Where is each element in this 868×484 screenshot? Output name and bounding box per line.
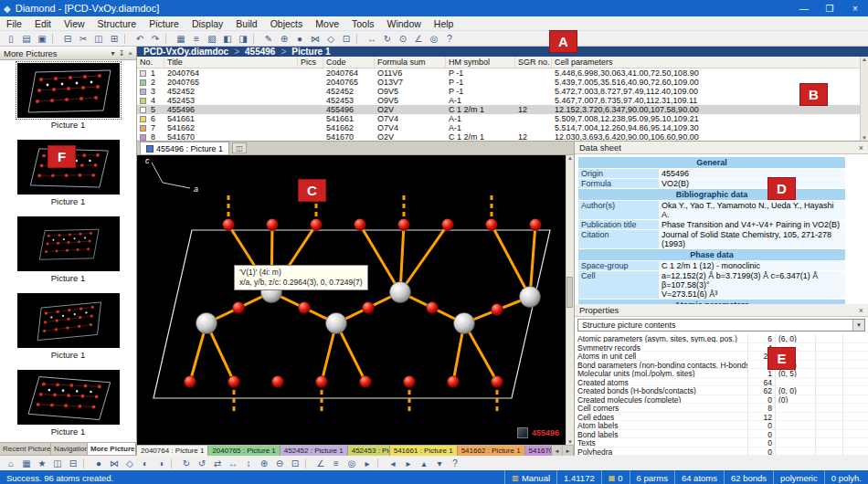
table-scrollbar[interactable]: ▲▼ [860, 57, 868, 141]
toolbar-icon[interactable]: ◫ [50, 457, 65, 470]
tab-scroll-left-icon[interactable]: ◂ [552, 446, 563, 456]
toolbar-icon[interactable]: ▯ [4, 32, 18, 46]
table-row[interactable]: 5 455496 455496 O2V C 1 2/m 1 12 12.152,… [137, 105, 868, 114]
toolbar-icon[interactable]: ∠ [313, 457, 328, 470]
toolbar-icon[interactable]: ◑ [153, 457, 168, 470]
toolbar-icon[interactable]: ↻ [380, 32, 395, 46]
table-row[interactable]: 6 541661 541661 O7V4 A-1 5.509,7.008,12.… [137, 114, 868, 123]
menu-item[interactable]: File [0, 18, 28, 29]
breadcrumb-entry[interactable]: 455496 [245, 47, 275, 57]
toolbar-icon[interactable]: ? [442, 32, 457, 46]
toolbar-icon[interactable]: ▣ [35, 32, 49, 46]
toolbar-icon[interactable]: ▤ [19, 32, 34, 46]
toolbar-icon[interactable] [171, 458, 176, 468]
menu-item[interactable]: Edit [28, 18, 58, 29]
picture-thumbnail[interactable]: Picture 1 [0, 370, 136, 442]
toolbar-icon[interactable]: ⊙ [396, 32, 410, 46]
picture-tab[interactable]: 2040765 : Picture 1 [208, 446, 280, 456]
toolbar-icon[interactable]: ↺ [195, 457, 209, 470]
thumbnail-image[interactable] [17, 216, 120, 271]
picture-tab[interactable]: 541661 : Picture 1 [390, 446, 458, 456]
table-row[interactable]: 1 2040764 2040764 O11V6 P -1 5.448,6.998… [137, 68, 868, 78]
toolbar-icon[interactable]: ▾ [432, 457, 447, 470]
toolbar-icon[interactable]: ⊞ [107, 32, 122, 46]
properties-close-icon[interactable]: × [859, 306, 863, 315]
table-column-header[interactable]: No. [137, 57, 164, 68]
toolbar-icon[interactable]: ↻ [179, 457, 194, 470]
toolbar-icon[interactable]: ★ [35, 457, 49, 470]
thumbnail-image[interactable] [17, 370, 120, 425]
breadcrumb-document[interactable]: PCD-VxOy.diamdoc [143, 47, 228, 57]
toolbar-icon[interactable]: ↷ [148, 32, 163, 46]
toolbar-icon[interactable]: ⋈ [308, 32, 323, 46]
menu-item[interactable]: Picture [143, 18, 185, 29]
toolbar-icon[interactable]: ↔ [226, 457, 240, 470]
left-panel-tab[interactable]: Recent Pictures [0, 443, 51, 455]
toolbar-icon[interactable]: ◎ [344, 457, 359, 470]
toolbar-icon[interactable]: ⊖ [272, 457, 287, 470]
toolbar-icon[interactable] [253, 34, 259, 44]
menu-item[interactable]: Structure [91, 18, 143, 29]
toolbar-icon[interactable]: ⊡ [339, 32, 354, 46]
table-column-header[interactable]: Formula sum [375, 57, 446, 68]
toolbar-icon[interactable]: ▴ [417, 457, 431, 470]
maximize-button[interactable]: ❐ [817, 0, 842, 16]
panel-close-icon[interactable]: × [128, 49, 132, 58]
picture-tab[interactable]: 452453 : Picture 1 [348, 446, 390, 456]
new-picture-tab-button[interactable]: ◫ [232, 142, 247, 153]
picture-tab[interactable]: 2040764 : Picture 1 [137, 446, 208, 456]
toolbar-icon[interactable] [377, 458, 383, 468]
toolbar-icon[interactable]: ? [448, 457, 462, 470]
table-column-header[interactable]: HM symbol [446, 57, 515, 68]
structure-canvas[interactable]: a c [137, 155, 574, 445]
toolbar-icon[interactable]: ◇ [122, 457, 137, 470]
menu-item[interactable]: Window [381, 18, 428, 29]
picture-thumbnail[interactable]: Picture 1 [0, 63, 136, 140]
toolbar-icon[interactable]: ⇄ [210, 457, 225, 470]
toolbar-icon[interactable]: ⌂ [4, 457, 18, 470]
table-column-header[interactable]: Title [164, 57, 298, 68]
toolbar-icon[interactable]: ● [91, 457, 106, 470]
table-column-header[interactable]: SGR no. [515, 57, 552, 68]
toolbar-icon[interactable]: ▸ [360, 457, 375, 470]
toolbar-icon[interactable]: ◐ [138, 457, 153, 470]
toolbar-icon[interactable]: ✂ [76, 32, 90, 46]
table-row[interactable]: 7 541662 541662 O7V4 A-1 5.514,7.004,12.… [137, 123, 868, 132]
toolbar-icon[interactable]: ▧ [205, 32, 219, 46]
left-panel-tab[interactable]: More Pictures [88, 443, 136, 455]
picture-thumbnail[interactable]: Picture 1 [0, 216, 136, 293]
toolbar-icon[interactable]: ⊕ [257, 457, 271, 470]
picture-thumbnail[interactable]: Picture 1 [0, 293, 136, 370]
panel-dropdown-icon[interactable]: ▾ [111, 49, 115, 58]
toolbar-icon[interactable] [305, 458, 311, 468]
menu-item[interactable]: Objects [264, 18, 310, 29]
panel-pin-icon[interactable]: ↧ [119, 49, 125, 58]
toolbar-icon[interactable] [52, 34, 58, 44]
canvas-scroll-thumb[interactable] [566, 277, 573, 308]
table-row[interactable]: 3 452452 452452 O9V5 P -1 5.472,7.003,8.… [137, 87, 868, 96]
toolbar-icon[interactable]: ▸ [401, 457, 416, 470]
toolbar-icon[interactable]: ◂ [386, 457, 400, 470]
table-column-header[interactable]: Cell parameters [552, 57, 868, 68]
table-row[interactable]: 4 452453 452453 O9V5 A-1 5.467,7.007,8.7… [137, 96, 868, 105]
close-button[interactable]: × [842, 0, 868, 16]
minimize-button[interactable]: — [791, 0, 817, 16]
menu-item[interactable]: Tools [345, 18, 381, 29]
toolbar-icon[interactable]: ▦ [174, 32, 188, 46]
picture-tab[interactable]: 541662 : Picture 1 [458, 446, 525, 456]
menu-item[interactable]: Move [309, 18, 345, 29]
toolbar-icon[interactable] [356, 34, 362, 44]
toolbar-icon[interactable]: ≡ [329, 457, 344, 470]
toolbar-icon[interactable]: ◎ [427, 32, 441, 46]
table-row[interactable]: 8 541670 541670 O2V C 1 2/m 1 12 12.030,… [137, 132, 868, 142]
toolbar-icon[interactable]: ◇ [323, 32, 338, 46]
toolbar-icon[interactable]: ✎ [261, 32, 276, 46]
tab-scroll-right-icon[interactable]: ▸ [563, 446, 574, 456]
toolbar-icon[interactable] [124, 34, 130, 44]
thumbnail-image[interactable] [17, 293, 120, 348]
toolbar-icon[interactable]: ● [292, 32, 307, 46]
table-column-header[interactable]: Code [323, 57, 375, 68]
menu-item[interactable]: Help [428, 18, 460, 29]
thumbnail-image[interactable] [17, 63, 120, 118]
toolbar-icon[interactable] [83, 458, 89, 468]
